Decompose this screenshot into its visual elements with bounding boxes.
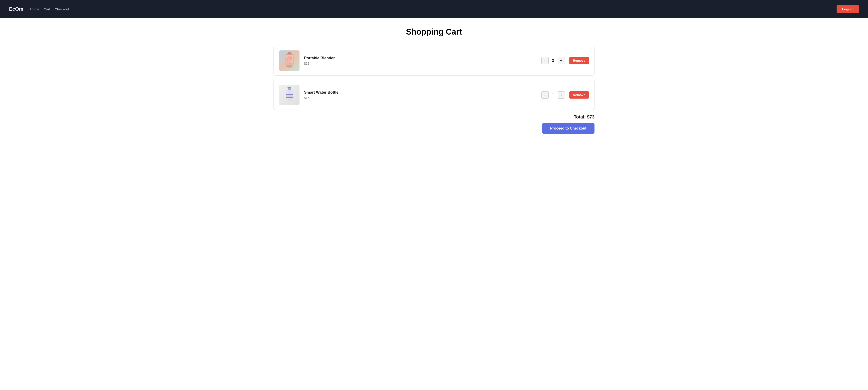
item-image-blender: [279, 51, 300, 71]
remove-blender-button[interactable]: Remove: [569, 57, 589, 64]
increase-qty-bottle[interactable]: +: [558, 91, 565, 98]
cart-footer: Total: $73 Proceed to Checkout: [274, 114, 594, 133]
decrease-qty-bottle[interactable]: -: [541, 91, 549, 98]
blender-svg: [280, 52, 298, 70]
item-name-blender: Portable Blender: [304, 56, 541, 60]
qty-value-blender: 2: [551, 59, 555, 63]
item-name-bottle: Smart Water Bottle: [304, 90, 541, 95]
item-info-blender: Portable Blender $29: [304, 56, 541, 65]
item-price-bottle: $15: [304, 96, 541, 100]
qty-value-bottle: 1: [551, 93, 555, 97]
item-price-blender: $29: [304, 62, 541, 65]
svg-rect-12: [286, 97, 293, 98]
item-info-bottle: Smart Water Bottle $15: [304, 90, 541, 100]
navbar-brand: EcOm: [9, 6, 24, 12]
page-title: Shopping Cart: [274, 27, 594, 37]
nav-link-home[interactable]: Home: [30, 7, 39, 11]
logout-button[interactable]: Logout: [837, 5, 859, 13]
item-image-bottle: [279, 85, 300, 105]
nav-link-cart[interactable]: Cart: [44, 7, 50, 11]
increase-qty-blender[interactable]: +: [558, 57, 565, 64]
remove-bottle-button[interactable]: Remove: [569, 91, 589, 98]
item-controls-bottle: - 1 + Remove: [541, 91, 589, 98]
main-content: Shopping Cart Portable Blender $29 -: [265, 18, 603, 143]
item-controls-blender: - 2 + Remove: [541, 57, 589, 64]
navbar: EcOm Home Cart Checkout Logout: [0, 0, 868, 18]
cart-total: Total: $73: [574, 114, 594, 120]
cart-item-smart-water-bottle: Smart Water Bottle $15 - 1 + Remove: [274, 80, 594, 110]
decrease-qty-blender[interactable]: -: [541, 57, 549, 64]
proceed-to-checkout-button[interactable]: Proceed to Checkout: [542, 123, 594, 133]
nav-link-checkout[interactable]: Checkout: [55, 7, 69, 11]
navbar-links: Home Cart Checkout: [30, 7, 69, 11]
bottle-svg: [283, 86, 296, 104]
svg-rect-11: [286, 94, 293, 95]
svg-rect-5: [288, 52, 291, 54]
navbar-left: EcOm Home Cart Checkout: [9, 6, 69, 12]
cart-item-portable-blender: Portable Blender $29 - 2 + Remove: [274, 46, 594, 76]
svg-point-2: [286, 65, 293, 68]
